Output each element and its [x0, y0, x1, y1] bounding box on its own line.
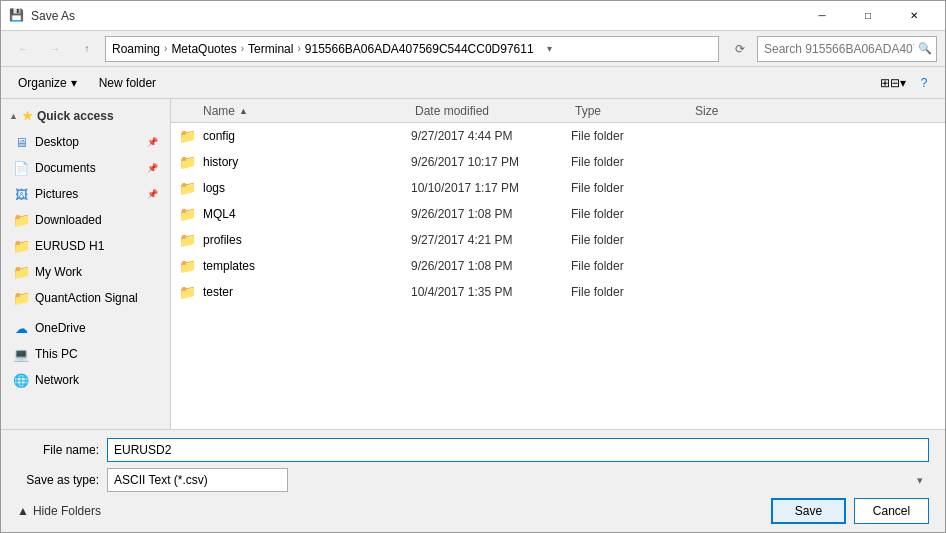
- crumb-roaming[interactable]: Roaming: [112, 42, 160, 56]
- sidebar-item-label-thispc: This PC: [35, 347, 158, 361]
- sidebar-item-desktop[interactable]: 🖥 Desktop 📌: [1, 129, 170, 155]
- address-bar[interactable]: Roaming › MetaQuotes › Terminal › 915566…: [105, 36, 719, 62]
- file-name: profiles: [203, 233, 411, 247]
- quick-access-header[interactable]: ▲ ★ Quick access: [1, 103, 170, 129]
- window-title: Save As: [31, 9, 799, 23]
- button-row: ▲ Hide Folders Save Cancel: [17, 498, 929, 524]
- save-button[interactable]: Save: [771, 498, 846, 524]
- pin-icon-pictures: 📌: [147, 189, 158, 199]
- sidebar-item-label-desktop: Desktop: [35, 135, 139, 149]
- sidebar-item-label-onedrive: OneDrive: [35, 321, 158, 335]
- file-name: config: [203, 129, 411, 143]
- file-type: File folder: [571, 129, 691, 143]
- crumb-sep-1: ›: [164, 43, 167, 54]
- hide-folders-arrow: ▲: [17, 504, 29, 518]
- file-name: MQL4: [203, 207, 411, 221]
- folder-icon: 📁: [179, 284, 195, 300]
- folder-icon: 📁: [179, 154, 195, 170]
- sort-arrow-name: ▲: [239, 106, 248, 116]
- table-row[interactable]: 📁 history 9/26/2017 10:17 PM File folder: [171, 149, 945, 175]
- organize-button[interactable]: Organize ▾: [9, 70, 86, 96]
- search-input[interactable]: [764, 42, 914, 56]
- filename-input[interactable]: [107, 438, 929, 462]
- sidebar-item-quantaction[interactable]: 📁 QuantAction Signal: [1, 285, 170, 311]
- organize-arrow: ▾: [71, 76, 77, 90]
- maximize-button[interactable]: □: [845, 1, 891, 31]
- file-name: tester: [203, 285, 411, 299]
- folder-icon-quantaction: 📁: [13, 290, 29, 306]
- file-list: 📁 config 9/27/2017 4:44 PM File folder 📁…: [171, 123, 945, 429]
- view-button[interactable]: ⊞⊟ ▾: [879, 70, 907, 96]
- cancel-button[interactable]: Cancel: [854, 498, 929, 524]
- main-content: ▲ ★ Quick access 🖥 Desktop 📌 📄 Documents…: [1, 99, 945, 429]
- pin-icon-documents: 📌: [147, 163, 158, 173]
- crumb-metaquotes[interactable]: MetaQuotes: [171, 42, 236, 56]
- sidebar-item-onedrive[interactable]: ☁ OneDrive: [1, 315, 170, 341]
- search-box: 🔍: [757, 36, 937, 62]
- folder-icon: 📁: [179, 232, 195, 248]
- saveas-label: Save as type:: [17, 473, 107, 487]
- file-list-header: Name ▲ Date modified Type Size: [171, 99, 945, 123]
- sidebar-item-pictures[interactable]: 🖼 Pictures 📌: [1, 181, 170, 207]
- column-name[interactable]: Name ▲: [175, 104, 415, 118]
- sidebar-item-mywork[interactable]: 📁 My Work: [1, 259, 170, 285]
- folder-icon-eurusd: 📁: [13, 238, 29, 254]
- file-date: 9/26/2017 10:17 PM: [411, 155, 571, 169]
- bottom-section: File name: Save as type: ASCII Text (*.c…: [1, 429, 945, 532]
- file-name: templates: [203, 259, 411, 273]
- new-folder-button[interactable]: New folder: [90, 70, 165, 96]
- refresh-button[interactable]: ⟳: [727, 36, 753, 62]
- filename-row: File name:: [17, 438, 929, 462]
- column-size[interactable]: Size: [695, 104, 775, 118]
- crumb-sep-2: ›: [241, 43, 244, 54]
- sidebar-item-downloaded[interactable]: 📁 Downloaded: [1, 207, 170, 233]
- sidebar-item-thispc[interactable]: 💻 This PC: [1, 341, 170, 367]
- minimize-button[interactable]: ─: [799, 1, 845, 31]
- thispc-icon: 💻: [13, 346, 29, 362]
- organize-label: Organize: [18, 76, 67, 90]
- column-date[interactable]: Date modified: [415, 104, 575, 118]
- file-date: 10/10/2017 1:17 PM: [411, 181, 571, 195]
- forward-button[interactable]: →: [41, 35, 69, 63]
- sidebar-item-network[interactable]: 🌐 Network: [1, 367, 170, 393]
- sidebar: ▲ ★ Quick access 🖥 Desktop 📌 📄 Documents…: [1, 99, 171, 429]
- table-row[interactable]: 📁 config 9/27/2017 4:44 PM File folder: [171, 123, 945, 149]
- search-icon: 🔍: [918, 42, 932, 55]
- file-type: File folder: [571, 285, 691, 299]
- close-button[interactable]: ✕: [891, 1, 937, 31]
- saveas-select[interactable]: ASCII Text (*.csv)CSV (Comma delimited) …: [107, 468, 288, 492]
- address-dropdown-button[interactable]: ▾: [540, 37, 560, 61]
- file-date: 9/26/2017 1:08 PM: [411, 207, 571, 221]
- hide-folders-button[interactable]: ▲ Hide Folders: [17, 504, 101, 518]
- network-icon: 🌐: [13, 372, 29, 388]
- file-date: 9/27/2017 4:21 PM: [411, 233, 571, 247]
- back-button[interactable]: ←: [9, 35, 37, 63]
- table-row[interactable]: 📁 tester 10/4/2017 1:35 PM File folder: [171, 279, 945, 305]
- table-row[interactable]: 📁 MQL4 9/26/2017 1:08 PM File folder: [171, 201, 945, 227]
- window-icon: 💾: [9, 8, 25, 24]
- sidebar-item-label-network: Network: [35, 373, 158, 387]
- pin-icon-desktop: 📌: [147, 137, 158, 147]
- folder-icon-downloaded: 📁: [13, 212, 29, 228]
- sidebar-item-label-mywork: My Work: [35, 265, 158, 279]
- crumb-id[interactable]: 915566BA06ADA407569C544CC0D97611: [305, 42, 534, 56]
- folder-icon: 📁: [179, 180, 195, 196]
- file-type: File folder: [571, 233, 691, 247]
- crumb-terminal[interactable]: Terminal: [248, 42, 293, 56]
- file-date: 10/4/2017 1:35 PM: [411, 285, 571, 299]
- sidebar-item-documents[interactable]: 📄 Documents 📌: [1, 155, 170, 181]
- crumb-sep-3: ›: [297, 43, 300, 54]
- table-row[interactable]: 📁 profiles 9/27/2017 4:21 PM File folder: [171, 227, 945, 253]
- breadcrumb: Roaming › MetaQuotes › Terminal › 915566…: [112, 42, 534, 56]
- up-button[interactable]: ↑: [73, 35, 101, 63]
- onedrive-icon: ☁: [13, 320, 29, 336]
- help-button[interactable]: ?: [911, 70, 937, 96]
- table-row[interactable]: 📁 templates 9/26/2017 1:08 PM File folde…: [171, 253, 945, 279]
- sidebar-item-eurusd[interactable]: 📁 EURUSD H1: [1, 233, 170, 259]
- file-name: logs: [203, 181, 411, 195]
- filename-label: File name:: [17, 443, 107, 457]
- save-as-dialog: 💾 Save As ─ □ ✕ ← → ↑ Roaming › MetaQuot…: [0, 0, 946, 533]
- column-type[interactable]: Type: [575, 104, 695, 118]
- table-row[interactable]: 📁 logs 10/10/2017 1:17 PM File folder: [171, 175, 945, 201]
- navigation-toolbar: ← → ↑ Roaming › MetaQuotes › Terminal › …: [1, 31, 945, 67]
